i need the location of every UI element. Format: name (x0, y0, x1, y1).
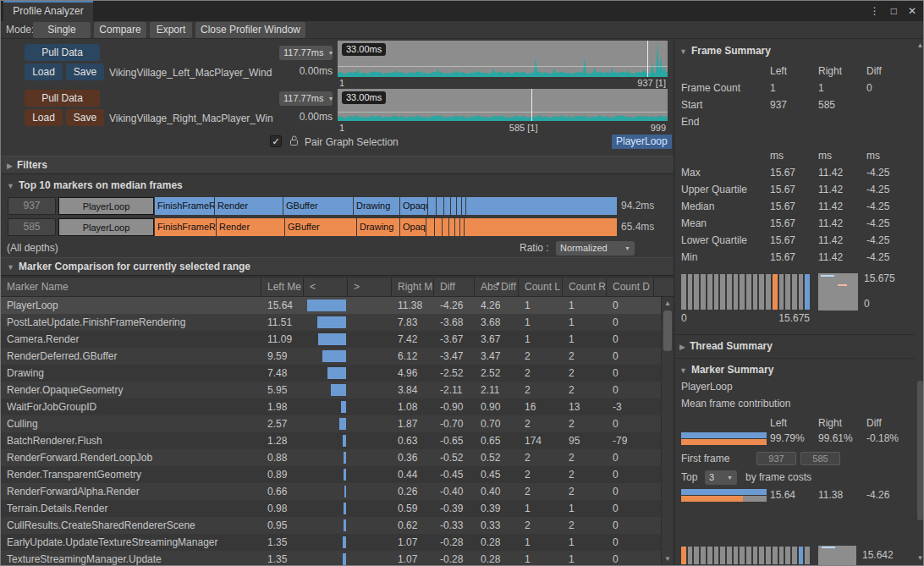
column-header[interactable]: Count D (607, 278, 654, 296)
marker-segment[interactable] (444, 197, 450, 215)
table-row[interactable]: BatchRenderer.Flush1.280.63-0.650.651749… (1, 432, 674, 449)
table-row[interactable]: PostLateUpdate.FinishFrameRendering11.51… (1, 314, 674, 331)
first-frame-left-button[interactable]: 937 (756, 452, 796, 465)
save-right-button[interactable]: Save (66, 109, 104, 126)
cell: Terrain.Details.Render (1, 500, 261, 517)
marker-segment[interactable] (457, 197, 461, 215)
table-row[interactable]: Drawing7.484.96-2.522.52220 (1, 365, 674, 382)
save-left-button[interactable]: Save (66, 63, 104, 80)
left-frame-graph[interactable]: 33.00ms (338, 41, 668, 77)
marker-segment[interactable] (455, 218, 459, 236)
marker-segment[interactable]: Render (215, 197, 283, 215)
histogram-axis-min: 0 (681, 312, 687, 324)
table-row[interactable]: Terrain.Details.Render0.980.59-0.390.391… (1, 500, 674, 517)
marker-segment[interactable] (460, 218, 464, 236)
marker-segment[interactable] (435, 218, 442, 236)
toolbar: Mode: Single Compare Export Close Profil… (1, 21, 923, 39)
marker-segment[interactable]: Drawing (357, 218, 399, 236)
export-button[interactable]: Export (150, 22, 192, 38)
frame-summary-header[interactable]: ▼Frame Summary (679, 45, 771, 57)
marker-segment[interactable]: FinishFrameR (155, 218, 216, 236)
marker-segment[interactable]: PlayerLoop (58, 218, 154, 236)
marker-segment[interactable] (462, 197, 465, 215)
filters-section-header[interactable]: ▶Filters (1, 156, 674, 174)
range-max-right-dropdown[interactable]: 117.77ms▼ (279, 91, 333, 106)
frame-duration-histogram[interactable] (681, 274, 810, 310)
marker-segment[interactable]: Drawing (354, 197, 399, 215)
table-row[interactable]: PlayerLoop15.6411.38-4.264.26110 (1, 297, 674, 314)
marker-segment[interactable] (443, 218, 448, 236)
menu-icon[interactable]: ⋮ (870, 5, 880, 17)
pull-data-left-button[interactable]: Pull Data (25, 44, 100, 61)
scroll-down-icon[interactable]: ▼ (662, 555, 674, 563)
marker-segment[interactable] (449, 218, 454, 236)
marker-segment[interactable]: FinishFrameR (155, 197, 214, 215)
marker-segment[interactable]: GBuffer (283, 197, 353, 215)
close-profiler-window-button[interactable]: Close Profiler Window (195, 22, 305, 38)
column-header[interactable]: Abs Diff▼ (475, 278, 519, 296)
table-row[interactable]: Camera.Render11.097.42-3.673.67110 (1, 331, 674, 348)
marker-segment[interactable]: Render (217, 218, 284, 236)
range-max-left-dropdown[interactable]: 117.77ms▼ (279, 46, 333, 60)
scroll-up-icon[interactable]: ▲ (916, 41, 924, 49)
column-header[interactable]: Diff (434, 278, 475, 296)
table-row[interactable]: Render.TransparentGeometry0.890.44-0.450… (1, 466, 674, 483)
table-row[interactable]: EarlyUpdate.UpdateTextureStreamingManage… (1, 534, 674, 551)
thread-summary-header[interactable]: ▶Thread Summary (679, 340, 773, 352)
scrollbar-thumb[interactable] (663, 310, 672, 351)
column-header[interactable]: Left Me (261, 278, 304, 296)
frame-number-box[interactable]: 937 (8, 197, 56, 215)
scroll-up-icon[interactable]: ▲ (662, 299, 674, 307)
scroll-down-icon[interactable]: ▼ (916, 554, 924, 562)
marker-segment[interactable]: GBuffer (285, 218, 356, 236)
close-icon[interactable]: ✕ (908, 5, 916, 17)
marker-segment[interactable] (466, 197, 617, 215)
scrollbar-thumb[interactable] (917, 381, 923, 520)
table-row[interactable]: Render.OpaqueGeometry5.953.84-2.112.1122… (1, 382, 674, 398)
pair-graph-selection-checkbox[interactable]: ✓ (270, 135, 282, 147)
frame-number-box[interactable]: 585 (8, 218, 56, 236)
tab-profile-analyzer[interactable]: Profile Analyzer (3, 1, 93, 21)
mode-label: Mode: (6, 24, 34, 36)
marker-duration-histogram[interactable] (681, 547, 810, 564)
comparison-scrollbar[interactable]: ▲ ▼ (661, 297, 674, 565)
top10-section-header[interactable]: ▼Top 10 markers on median frames (7, 179, 183, 191)
selected-marker-chip[interactable]: PlayerLoop (612, 135, 672, 149)
table-row[interactable]: Culling2.571.87-0.700.70220 (1, 415, 674, 432)
first-frame-right-button[interactable]: 585 (800, 452, 840, 465)
table-row[interactable]: WaitForJobGroupID1.981.08-0.900.901613-3 (1, 398, 674, 415)
marker-segment[interactable]: PlayerLoop (58, 197, 154, 215)
right-frame-graph[interactable]: 33.00ms (338, 89, 668, 121)
marker-segment[interactable]: Opaqu (400, 197, 427, 215)
top-n-dropdown[interactable]: 3▼ (705, 470, 737, 485)
column-header[interactable]: < (304, 278, 348, 296)
column-header[interactable]: Count L (519, 278, 563, 296)
marker-segment[interactable] (451, 197, 456, 215)
marker-segment[interactable] (426, 218, 434, 236)
ratio-dropdown[interactable]: Normalized▼ (556, 241, 635, 256)
column-header[interactable]: Count R (563, 278, 607, 296)
maximize-icon[interactable]: □ (891, 5, 897, 17)
column-header[interactable]: Right M (392, 278, 434, 296)
marker-summary-header[interactable]: ▼Marker Summary (679, 364, 773, 376)
marker-segment[interactable] (437, 197, 443, 215)
load-right-button[interactable]: Load (25, 109, 63, 126)
load-left-button[interactable]: Load (25, 63, 63, 80)
panel-scrollbar[interactable]: ▲ ▼ (916, 39, 924, 565)
table-row[interactable]: RenderForwardAlpha.Render0.660.26-0.400.… (1, 483, 674, 500)
column-header[interactable]: > (348, 278, 392, 296)
comparison-section-header[interactable]: ▼Marker Comparison for currently selecte… (1, 257, 674, 276)
table-row[interactable]: RenderDeferred.GBuffer9.596.12-3.473.472… (1, 348, 674, 365)
marker-segment[interactable] (428, 197, 436, 215)
column-header[interactable]: Marker Name (1, 278, 261, 296)
marker-segment[interactable]: Opaqu (400, 218, 426, 236)
top-cost-bar-right (681, 496, 743, 502)
pull-data-right-button[interactable]: Pull Data (25, 90, 100, 107)
table-row[interactable]: CullResults.CreateSharedRendererScene0.9… (1, 517, 674, 534)
unlock-icon[interactable] (289, 135, 300, 150)
table-row[interactable]: RenderForward.RenderLoopJob0.880.36-0.52… (1, 449, 674, 466)
mode-single-button[interactable]: Single (33, 22, 91, 38)
table-row[interactable]: TextureStreamingManager.Update1.351.07-0… (1, 551, 674, 566)
marker-segment[interactable] (465, 218, 617, 236)
mode-compare-button[interactable]: Compare (94, 22, 146, 38)
